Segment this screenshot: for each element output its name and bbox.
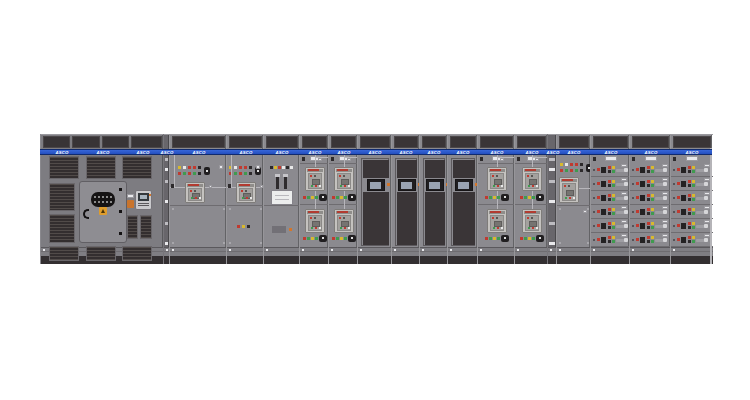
- reset-button[interactable]: [597, 168, 600, 171]
- pilot-light[interactable]: [608, 240, 611, 243]
- control-switch[interactable]: [319, 235, 327, 242]
- mcc-feeder-unit[interactable]: [671, 191, 713, 205]
- reset-button[interactable]: [597, 224, 600, 227]
- breaker-closed-light[interactable]: [340, 227, 342, 229]
- pilot-light[interactable]: [570, 169, 573, 172]
- fuse-pull-handle[interactable]: [276, 176, 279, 189]
- pilot-light[interactable]: [178, 166, 181, 169]
- breaker-closed-light[interactable]: [493, 227, 495, 229]
- handle-tip[interactable]: [704, 196, 708, 200]
- mcc-feeder-unit[interactable]: [591, 233, 630, 247]
- pilot-light[interactable]: [647, 236, 650, 239]
- breaker-closed-light[interactable]: [311, 227, 313, 229]
- handle-tip[interactable]: [704, 224, 708, 228]
- pilot-light[interactable]: [188, 166, 191, 169]
- pilot-light[interactable]: [497, 237, 500, 240]
- pilot-light[interactable]: [344, 237, 347, 240]
- pilot-light[interactable]: [608, 208, 611, 211]
- reset-button[interactable]: [597, 196, 600, 199]
- circuit-breaker[interactable]: [305, 167, 325, 191]
- breaker-open-light[interactable]: [195, 197, 197, 199]
- breaker-open-light[interactable]: [246, 197, 248, 199]
- control-switch[interactable]: [536, 194, 544, 201]
- handle-tip[interactable]: [624, 210, 628, 214]
- handle-tip[interactable]: [663, 238, 667, 242]
- metering-panel[interactable]: [271, 190, 293, 205]
- pilot-light[interactable]: [520, 196, 523, 199]
- pilot-light[interactable]: [520, 237, 523, 240]
- pilot-light[interactable]: [489, 237, 492, 240]
- pilot-light[interactable]: [692, 208, 695, 211]
- pilot-light[interactable]: [688, 208, 691, 211]
- mcc-feeder-unit[interactable]: [671, 233, 713, 247]
- pilot-light[interactable]: [580, 163, 583, 166]
- pilot-light[interactable]: [612, 170, 615, 173]
- reset-button[interactable]: [677, 210, 680, 213]
- pilot-light[interactable]: [651, 240, 654, 243]
- mcc-feeder-unit[interactable]: [671, 177, 713, 191]
- pilot-light[interactable]: [239, 172, 242, 175]
- handle-tip[interactable]: [704, 210, 708, 214]
- pilot-light[interactable]: [332, 237, 335, 240]
- pilot-light[interactable]: [290, 166, 293, 169]
- pilot-light[interactable]: [282, 166, 285, 169]
- breaker-open-light[interactable]: [344, 227, 346, 229]
- control-switch[interactable]: [319, 194, 327, 201]
- breaker-closed-light[interactable]: [565, 197, 567, 199]
- pilot-light[interactable]: [647, 212, 650, 215]
- handle-tip[interactable]: [663, 196, 667, 200]
- pilot-light[interactable]: [647, 170, 650, 173]
- mcc-feeder-unit[interactable]: [630, 163, 671, 177]
- pilot-light[interactable]: [688, 180, 691, 183]
- pilot-light[interactable]: [651, 184, 654, 187]
- handle-tip[interactable]: [663, 224, 667, 228]
- breaker-closed-light[interactable]: [528, 185, 530, 187]
- breaker-closed-light[interactable]: [493, 185, 495, 187]
- pilot-light[interactable]: [647, 208, 650, 211]
- pilot-light[interactable]: [183, 172, 186, 175]
- pilot-light[interactable]: [608, 226, 611, 229]
- pilot-light[interactable]: [647, 194, 650, 197]
- pilot-light[interactable]: [608, 222, 611, 225]
- reset-button[interactable]: [677, 224, 680, 227]
- pilot-light[interactable]: [532, 237, 535, 240]
- breaker-open-light[interactable]: [569, 197, 571, 199]
- pilot-light[interactable]: [612, 184, 615, 187]
- control-switch[interactable]: [501, 194, 509, 201]
- pilot-light[interactable]: [651, 208, 654, 211]
- pilot-light[interactable]: [692, 166, 695, 169]
- control-switch[interactable]: [348, 194, 356, 201]
- pilot-light[interactable]: [249, 166, 252, 169]
- pilot-light[interactable]: [651, 166, 654, 169]
- mcc-feeder-unit[interactable]: [591, 191, 630, 205]
- mcc-feeder-unit[interactable]: [591, 177, 630, 191]
- pilot-light[interactable]: [651, 180, 654, 183]
- pilot-light[interactable]: [332, 196, 335, 199]
- pilot-light[interactable]: [612, 180, 615, 183]
- pilot-light[interactable]: [692, 226, 695, 229]
- mcc-feeder-unit[interactable]: [671, 163, 713, 177]
- pilot-light[interactable]: [575, 163, 578, 166]
- pilot-light[interactable]: [688, 166, 691, 169]
- pilot-light[interactable]: [612, 166, 615, 169]
- pilot-light[interactable]: [692, 240, 695, 243]
- pilot-light[interactable]: [612, 222, 615, 225]
- pilot-light[interactable]: [528, 196, 531, 199]
- control-switch[interactable]: [348, 235, 356, 242]
- pilot-light[interactable]: [528, 237, 531, 240]
- pilot-light[interactable]: [608, 180, 611, 183]
- mcc-feeder-unit[interactable]: [630, 205, 671, 219]
- pilot-light[interactable]: [688, 170, 691, 173]
- controller-button-row[interactable]: [138, 205, 149, 206]
- pilot-light[interactable]: [524, 196, 527, 199]
- breaker-closed-light[interactable]: [311, 185, 313, 187]
- pilot-light[interactable]: [692, 212, 695, 215]
- pilot-light[interactable]: [608, 198, 611, 201]
- mcc-feeder-unit[interactable]: [591, 205, 630, 219]
- pilot-light[interactable]: [497, 196, 500, 199]
- pilot-light[interactable]: [178, 172, 181, 175]
- reset-button[interactable]: [677, 182, 680, 185]
- pilot-light[interactable]: [303, 196, 306, 199]
- emergency-stop-button[interactable]: [127, 200, 134, 208]
- pilot-light[interactable]: [315, 196, 318, 199]
